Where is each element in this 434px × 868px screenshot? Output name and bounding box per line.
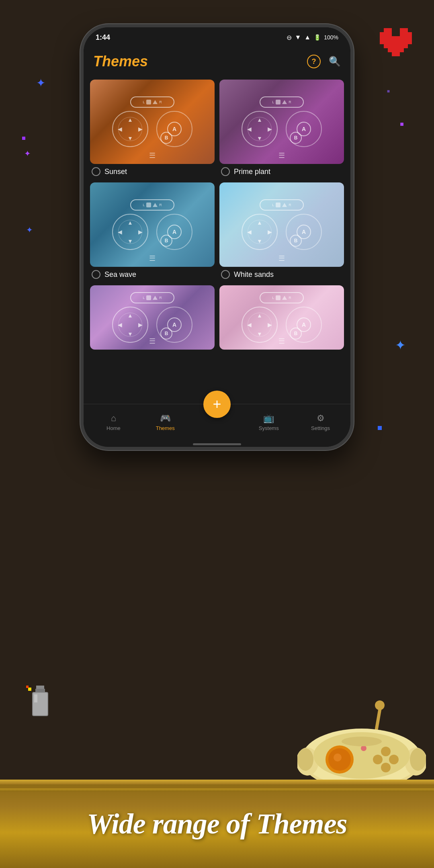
- svg-rect-6: [384, 44, 408, 48]
- app-title: Themes: [93, 53, 148, 70]
- nav-label-settings: Settings: [311, 425, 330, 431]
- sparkle-purple-right: ■: [400, 121, 404, 128]
- phone-wrapper: 1:44 ⊖ ▼ ▲ 🔋 100% Themes ? 🔍: [80, 24, 354, 450]
- systems-icon: 📺: [263, 413, 274, 424]
- svg-point-34: [361, 745, 366, 751]
- svg-rect-10: [35, 689, 45, 692]
- nav-item-themes[interactable]: 🎮 Themes: [139, 413, 191, 431]
- nav-label-home: Home: [106, 425, 121, 431]
- theme-preview-prime-plant: L R: [219, 80, 344, 164]
- volume-up-button: [80, 92, 81, 112]
- theme-radio-sunset[interactable]: [92, 167, 100, 176]
- svg-rect-1: [400, 28, 408, 32]
- theme-preview-6: L R: [219, 285, 344, 350]
- theme-label-sea-wave: Sea wave: [90, 267, 215, 282]
- svg-rect-2: [380, 32, 392, 36]
- svg-rect-3: [400, 32, 412, 36]
- add-icon: +: [213, 397, 221, 411]
- volume-down-button: [80, 120, 81, 152]
- theme-row-2: L R: [90, 182, 344, 282]
- status-icons: ⊖ ▼ ▲ 🔋 100%: [287, 34, 339, 41]
- theme-preview-sea-wave: L R: [90, 182, 215, 267]
- svg-rect-15: [26, 686, 29, 688]
- theme-grid[interactable]: L R: [84, 76, 350, 404]
- theme-name-white-sands: White sands: [234, 270, 274, 279]
- svg-rect-7: [388, 48, 404, 52]
- svg-rect-4: [380, 36, 412, 40]
- phone-screen: 1:44 ⊖ ▼ ▲ 🔋 100% Themes ? 🔍: [84, 27, 350, 447]
- sparkle-blue-right: ✦: [395, 338, 406, 353]
- search-button[interactable]: 🔍: [329, 56, 341, 67]
- nav-item-settings[interactable]: ⚙ Settings: [295, 413, 346, 431]
- pixel-potion-decoration: [24, 686, 56, 727]
- home-indicator: [193, 443, 241, 445]
- theme-item-sea-wave[interactable]: L R: [90, 182, 215, 282]
- theme-preview-sunset: L R: [90, 80, 215, 164]
- bottom-gold-bar: Wide range of Themes: [0, 780, 434, 868]
- svg-rect-0: [384, 28, 392, 32]
- status-time: 1:44: [96, 33, 110, 42]
- theme-name-prime-plant: Prime plant: [234, 168, 270, 176]
- sparkle-top-left: ✦: [36, 76, 45, 90]
- battery-percent: 100%: [324, 34, 338, 41]
- themes-icon: 🎮: [160, 413, 171, 424]
- bottom-nav: + ⌂ Home 🎮 Themes 📺 Systems: [84, 404, 350, 440]
- svg-rect-9: [36, 686, 44, 689]
- theme-preview-5: L R: [90, 285, 215, 350]
- help-button[interactable]: ?: [307, 55, 321, 68]
- theme-item-5[interactable]: L R: [90, 285, 215, 350]
- theme-label-white-sands: White sands: [219, 267, 344, 282]
- theme-item-white-sands[interactable]: L R: [219, 182, 344, 282]
- signal-icon: ▲: [304, 34, 311, 41]
- home-icon: ⌂: [111, 413, 116, 424]
- theme-item-6[interactable]: L R: [219, 285, 344, 350]
- svg-rect-14: [28, 688, 31, 691]
- theme-row-1: L R: [90, 80, 344, 179]
- nav-item-home[interactable]: ⌂ Home: [88, 413, 139, 431]
- silent-button: [80, 160, 81, 192]
- bottom-section: Wide range of Themes: [0, 755, 434, 868]
- battery-icon: 🔋: [314, 34, 321, 41]
- theme-row-3: L R: [90, 285, 344, 350]
- fab-container: +: [203, 391, 231, 418]
- add-theme-button[interactable]: +: [203, 391, 231, 418]
- wifi-icon: ▼: [295, 34, 301, 41]
- pixel-heart-decoration: [380, 28, 412, 58]
- settings-icon: ⚙: [317, 413, 325, 424]
- theme-label-prime-plant: Prime plant: [219, 164, 344, 179]
- svg-point-28: [381, 747, 391, 756]
- svg-rect-5: [380, 40, 412, 44]
- phone-frame: 1:44 ⊖ ▼ ▲ 🔋 100% Themes ? 🔍: [80, 24, 354, 450]
- second-stripe: [0, 788, 434, 792]
- svg-rect-8: [392, 52, 400, 56]
- header-actions: ? 🔍: [307, 55, 341, 68]
- app-root: { "background": { "color": "#2a2118" }, …: [0, 0, 434, 868]
- theme-item-prime-plant[interactable]: L R: [219, 80, 344, 179]
- dot-purple-tl: [22, 137, 25, 140]
- dot-blue-br: [378, 426, 382, 430]
- power-button: [353, 108, 354, 140]
- theme-preview-white-sands: L R: [219, 182, 344, 267]
- sparkle-top-right-small: ■: [387, 88, 390, 94]
- theme-radio-prime-plant[interactable]: [221, 167, 230, 176]
- nav-label-themes: Themes: [156, 425, 175, 431]
- theme-item-sunset[interactable]: L R: [90, 80, 215, 179]
- gold-stripe: [0, 780, 434, 784]
- theme-label-sunset: Sunset: [90, 164, 215, 179]
- theme-radio-white-sands[interactable]: [221, 270, 230, 279]
- clock-icon: ⊖: [287, 34, 292, 41]
- svg-rect-13: [34, 694, 37, 702]
- nav-item-systems[interactable]: 📺 Systems: [243, 413, 295, 431]
- sparkle-mid-left: ✦: [26, 225, 33, 235]
- theme-radio-sea-wave[interactable]: [92, 270, 100, 279]
- sparkle-purple-left: ✦: [24, 149, 31, 158]
- nav-label-systems: Systems: [259, 425, 279, 431]
- app-header: Themes ? 🔍: [84, 47, 350, 76]
- theme-name-sea-wave: Sea wave: [104, 270, 136, 279]
- svg-point-35: [342, 737, 382, 746]
- status-bar: 1:44 ⊖ ▼ ▲ 🔋 100%: [84, 27, 350, 47]
- theme-name-sunset: Sunset: [104, 168, 127, 176]
- bottom-tagline: Wide range of Themes: [87, 807, 347, 841]
